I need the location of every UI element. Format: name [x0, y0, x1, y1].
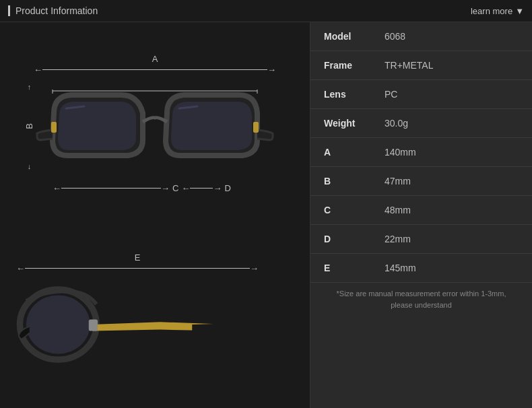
spec-label: E — [310, 254, 378, 283]
page-title: Product Information — [8, 5, 98, 16]
spec-label: C — [310, 196, 378, 225]
spec-value: 47mm — [378, 167, 532, 196]
side-diagram: E ← → — [13, 235, 296, 401]
spec-value: 48mm — [378, 196, 532, 225]
table-row: A 140mm — [310, 138, 532, 167]
spec-label: Frame — [310, 51, 378, 80]
spec-value: 30.0g — [378, 109, 532, 138]
svg-point-8 — [26, 295, 90, 353]
spec-label: Weight — [310, 109, 378, 138]
dropdown-icon: ▼ — [515, 6, 524, 16]
learn-more-label: learn more — [471, 6, 512, 16]
spec-value: PC — [378, 80, 532, 109]
spec-label: Model — [310, 22, 378, 51]
table-row: Weight 30.0g — [310, 109, 532, 138]
spec-label: D — [310, 225, 378, 254]
spec-value: 140mm — [378, 138, 532, 167]
table-row: Model 6068 — [310, 22, 532, 51]
title-text: Product Information — [15, 5, 98, 16]
spec-note: *Size are manual measurement error withi… — [310, 282, 532, 316]
left-panel: A ← → ↑ B ↓ — [0, 22, 310, 408]
spec-value: 6068 — [378, 22, 532, 51]
table-row: B 47mm — [310, 167, 532, 196]
table-row: Frame TR+METAL — [310, 51, 532, 80]
learn-more-button[interactable]: learn more ▼ — [471, 6, 524, 16]
spec-value: TR+METAL — [378, 51, 532, 80]
svg-rect-3 — [253, 122, 259, 133]
d-label: D — [224, 183, 230, 193]
header: Product Information learn more ▼ — [0, 0, 532, 22]
e-label: E — [135, 252, 141, 263]
table-row: D 22mm — [310, 225, 532, 254]
front-diagram: A ← → ↑ B ↓ — [13, 29, 296, 228]
right-panel: Model 6068 Frame TR+METAL Lens PC Weight… — [310, 22, 532, 408]
spec-value: 22mm — [378, 225, 532, 254]
c-label: C — [172, 183, 178, 193]
table-row: Lens PC — [310, 80, 532, 109]
a-label: A — [152, 54, 158, 64]
spec-label: B — [310, 167, 378, 196]
glasses-front-svg — [34, 76, 276, 180]
svg-rect-9 — [89, 319, 98, 331]
glasses-side-svg — [13, 276, 256, 374]
spec-label: Lens — [310, 80, 378, 109]
svg-rect-2 — [51, 122, 57, 133]
b-label: B — [24, 123, 34, 129]
table-row: C 48mm — [310, 196, 532, 225]
spec-label: A — [310, 138, 378, 167]
spec-table: Model 6068 Frame TR+METAL Lens PC Weight… — [310, 22, 532, 282]
table-row: E 145mm — [310, 254, 532, 283]
spec-value: 145mm — [378, 254, 532, 283]
main-content: A ← → ↑ B ↓ — [0, 22, 532, 408]
